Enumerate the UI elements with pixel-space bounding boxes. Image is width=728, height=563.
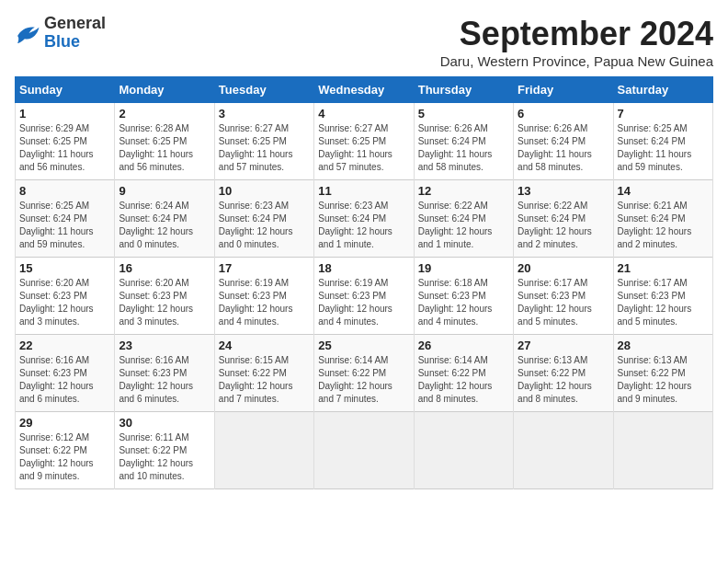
day-number: 9 <box>119 184 210 198</box>
day-info: Sunrise: 6:21 AMSunset: 6:24 PMDaylight:… <box>618 200 709 251</box>
day-number: 29 <box>19 416 110 430</box>
day-number: 17 <box>219 261 310 275</box>
calendar-day-cell: 22Sunrise: 6:16 AMSunset: 6:23 PMDayligh… <box>16 335 115 412</box>
calendar-day-cell: 24Sunrise: 6:15 AMSunset: 6:22 PMDayligh… <box>214 335 313 412</box>
day-info: Sunrise: 6:27 AMSunset: 6:25 PMDaylight:… <box>219 122 310 174</box>
day-info: Sunrise: 6:26 AMSunset: 6:24 PMDaylight:… <box>418 122 509 174</box>
calendar-day-cell: 16Sunrise: 6:20 AMSunset: 6:23 PMDayligh… <box>115 258 214 335</box>
day-header-wednesday: Wednesday <box>314 77 414 103</box>
day-info: Sunrise: 6:14 AMSunset: 6:22 PMDaylight:… <box>418 354 509 406</box>
calendar-header-row: SundayMondayTuesdayWednesdayThursdayFrid… <box>16 77 713 103</box>
logo-blue: Blue <box>44 32 80 51</box>
day-info: Sunrise: 6:16 AMSunset: 6:23 PMDaylight:… <box>19 354 110 406</box>
calendar-day-cell <box>514 412 613 489</box>
day-number: 27 <box>518 339 609 352</box>
calendar-day-cell: 20Sunrise: 6:17 AMSunset: 6:23 PMDayligh… <box>514 258 613 335</box>
day-header-tuesday: Tuesday <box>214 77 313 103</box>
calendar-day-cell <box>613 412 712 489</box>
logo-bird-icon <box>15 20 40 46</box>
calendar-day-cell: 11Sunrise: 6:23 AMSunset: 6:24 PMDayligh… <box>314 180 414 258</box>
calendar-week-row: 8Sunrise: 6:25 AMSunset: 6:24 PMDaylight… <box>16 180 713 258</box>
day-info: Sunrise: 6:12 AMSunset: 6:22 PMDaylight:… <box>19 431 110 483</box>
day-info: Sunrise: 6:25 AMSunset: 6:24 PMDaylight:… <box>618 122 709 174</box>
day-number: 22 <box>19 339 110 352</box>
calendar-day-cell: 2Sunrise: 6:28 AMSunset: 6:25 PMDaylight… <box>115 103 214 180</box>
day-info: Sunrise: 6:22 AMSunset: 6:24 PMDaylight:… <box>418 200 509 251</box>
day-number: 24 <box>219 339 310 352</box>
day-number: 14 <box>618 184 709 198</box>
logo-text: General Blue <box>44 15 106 52</box>
day-info: Sunrise: 6:16 AMSunset: 6:23 PMDaylight:… <box>119 354 210 406</box>
day-info: Sunrise: 6:19 AMSunset: 6:23 PMDaylight:… <box>318 277 409 328</box>
day-info: Sunrise: 6:18 AMSunset: 6:23 PMDaylight:… <box>418 277 509 328</box>
location-subtitle: Daru, Western Province, Papua New Guinea <box>440 53 713 69</box>
calendar-day-cell: 26Sunrise: 6:14 AMSunset: 6:22 PMDayligh… <box>414 335 513 412</box>
day-info: Sunrise: 6:17 AMSunset: 6:23 PMDaylight:… <box>518 277 609 328</box>
day-header-friday: Friday <box>514 77 613 103</box>
day-number: 2 <box>119 107 210 121</box>
day-header-monday: Monday <box>115 77 214 103</box>
calendar-day-cell: 17Sunrise: 6:19 AMSunset: 6:23 PMDayligh… <box>214 258 313 335</box>
calendar-day-cell: 7Sunrise: 6:25 AMSunset: 6:24 PMDaylight… <box>613 103 712 180</box>
calendar-day-cell <box>214 412 313 489</box>
calendar-week-row: 22Sunrise: 6:16 AMSunset: 6:23 PMDayligh… <box>16 335 713 412</box>
day-number: 26 <box>418 339 509 352</box>
calendar-day-cell <box>414 412 513 489</box>
logo-general: General <box>44 14 106 32</box>
day-info: Sunrise: 6:29 AMSunset: 6:25 PMDaylight:… <box>19 122 110 174</box>
calendar-day-cell <box>314 412 414 489</box>
calendar-day-cell: 28Sunrise: 6:13 AMSunset: 6:22 PMDayligh… <box>613 335 712 412</box>
day-number: 23 <box>119 339 210 352</box>
day-number: 4 <box>318 107 409 121</box>
day-header-thursday: Thursday <box>414 77 513 103</box>
logo: General Blue <box>15 15 106 52</box>
day-info: Sunrise: 6:13 AMSunset: 6:22 PMDaylight:… <box>618 354 709 406</box>
calendar-day-cell: 19Sunrise: 6:18 AMSunset: 6:23 PMDayligh… <box>414 258 513 335</box>
day-number: 13 <box>518 184 609 198</box>
day-info: Sunrise: 6:19 AMSunset: 6:23 PMDaylight:… <box>219 277 310 328</box>
page-header: General Blue September 2024 Daru, Wester… <box>15 15 713 69</box>
day-info: Sunrise: 6:15 AMSunset: 6:22 PMDaylight:… <box>219 354 310 406</box>
day-info: Sunrise: 6:20 AMSunset: 6:23 PMDaylight:… <box>19 277 110 328</box>
calendar-day-cell: 23Sunrise: 6:16 AMSunset: 6:23 PMDayligh… <box>115 335 214 412</box>
calendar-day-cell: 13Sunrise: 6:22 AMSunset: 6:24 PMDayligh… <box>514 180 613 258</box>
day-number: 25 <box>318 339 409 352</box>
day-info: Sunrise: 6:23 AMSunset: 6:24 PMDaylight:… <box>219 200 310 251</box>
calendar-week-row: 1Sunrise: 6:29 AMSunset: 6:25 PMDaylight… <box>16 103 713 180</box>
calendar-day-cell: 27Sunrise: 6:13 AMSunset: 6:22 PMDayligh… <box>514 335 613 412</box>
day-number: 16 <box>119 261 210 275</box>
day-header-sunday: Sunday <box>16 77 115 103</box>
day-number: 12 <box>418 184 509 198</box>
month-year-title: September 2024 <box>440 15 713 53</box>
title-block: September 2024 Daru, Western Province, P… <box>440 15 713 69</box>
day-number: 3 <box>219 107 310 121</box>
day-info: Sunrise: 6:11 AMSunset: 6:22 PMDaylight:… <box>119 431 210 483</box>
day-info: Sunrise: 6:22 AMSunset: 6:24 PMDaylight:… <box>518 200 609 251</box>
calendar-week-row: 29Sunrise: 6:12 AMSunset: 6:22 PMDayligh… <box>16 412 713 489</box>
day-number: 19 <box>418 261 509 275</box>
day-info: Sunrise: 6:14 AMSunset: 6:22 PMDaylight:… <box>318 354 409 406</box>
day-number: 11 <box>318 184 409 198</box>
day-number: 21 <box>618 261 709 275</box>
day-number: 7 <box>618 107 709 121</box>
day-number: 20 <box>518 261 609 275</box>
calendar-day-cell: 5Sunrise: 6:26 AMSunset: 6:24 PMDaylight… <box>414 103 513 180</box>
calendar-day-cell: 18Sunrise: 6:19 AMSunset: 6:23 PMDayligh… <box>314 258 414 335</box>
day-number: 18 <box>318 261 409 275</box>
calendar-day-cell: 6Sunrise: 6:26 AMSunset: 6:24 PMDaylight… <box>514 103 613 180</box>
calendar-week-row: 15Sunrise: 6:20 AMSunset: 6:23 PMDayligh… <box>16 258 713 335</box>
day-info: Sunrise: 6:13 AMSunset: 6:22 PMDaylight:… <box>518 354 609 406</box>
calendar-day-cell: 21Sunrise: 6:17 AMSunset: 6:23 PMDayligh… <box>613 258 712 335</box>
calendar-day-cell: 8Sunrise: 6:25 AMSunset: 6:24 PMDaylight… <box>16 180 115 258</box>
day-number: 1 <box>19 107 110 121</box>
calendar-day-cell: 30Sunrise: 6:11 AMSunset: 6:22 PMDayligh… <box>115 412 214 489</box>
day-number: 6 <box>518 107 609 121</box>
day-number: 15 <box>19 261 110 275</box>
calendar-day-cell: 14Sunrise: 6:21 AMSunset: 6:24 PMDayligh… <box>613 180 712 258</box>
day-number: 5 <box>418 107 509 121</box>
day-header-saturday: Saturday <box>613 77 712 103</box>
day-info: Sunrise: 6:27 AMSunset: 6:25 PMDaylight:… <box>318 122 409 174</box>
day-info: Sunrise: 6:24 AMSunset: 6:24 PMDaylight:… <box>119 200 210 251</box>
calendar-day-cell: 25Sunrise: 6:14 AMSunset: 6:22 PMDayligh… <box>314 335 414 412</box>
calendar-day-cell: 9Sunrise: 6:24 AMSunset: 6:24 PMDaylight… <box>115 180 214 258</box>
